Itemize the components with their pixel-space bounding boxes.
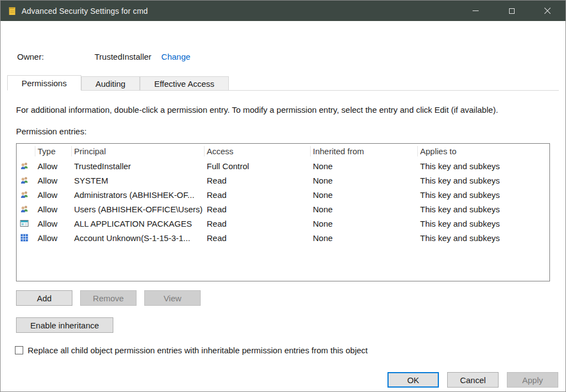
cell-access: Full Control <box>205 161 311 171</box>
permission-entries-body: Allow TrustedInstaller Full Control None… <box>17 159 549 245</box>
cell-applies-to: This key and subkeys <box>418 219 549 228</box>
unknown-account-icon <box>17 233 35 242</box>
titlebar: Advanced Security Settings for cmd <box>1 1 565 21</box>
users-icon <box>17 205 35 213</box>
cell-applies-to: This key and subkeys <box>418 161 549 171</box>
owner-value: TrustedInstaller <box>95 52 151 61</box>
add-button[interactable]: Add <box>16 290 72 306</box>
cell-type: Allow <box>35 219 72 228</box>
dialog-body: Owner: TrustedInstaller Change Permissio… <box>1 21 565 392</box>
maximize-icon <box>509 8 515 14</box>
users-icon <box>17 161 35 170</box>
registry-file-icon <box>8 7 17 15</box>
minimize-icon <box>473 11 479 11</box>
header-icon-column <box>17 146 35 156</box>
view-button[interactable]: View <box>144 290 201 306</box>
window-title: Advanced Security Settings for cmd <box>22 7 148 15</box>
cell-type: Allow <box>35 233 72 243</box>
header-access[interactable]: Access <box>205 146 311 156</box>
tabstrip: Permissions Auditing Effective Access <box>7 75 559 91</box>
table-row[interactable]: Allow Users (ABHISHEK-OFFICE\Users) Read… <box>17 202 549 216</box>
replace-permissions-row: Replace all child object permission entr… <box>15 346 368 355</box>
cell-type: Allow <box>35 161 72 171</box>
inheritance-row: Enable inheritance <box>16 317 113 333</box>
apply-button[interactable]: Apply <box>507 372 558 388</box>
header-applies-to[interactable]: Applies to <box>418 146 549 156</box>
cell-access: Read <box>205 190 311 200</box>
tab-effective-access[interactable]: Effective Access <box>140 76 229 91</box>
cell-applies-to: This key and subkeys <box>418 190 549 200</box>
cell-principal: Account Unknown(S-1-15-3-1... <box>72 233 205 243</box>
cell-access: Read <box>205 205 311 214</box>
tab-auditing[interactable]: Auditing <box>81 76 140 91</box>
cell-inherited-from: None <box>311 176 418 185</box>
cell-principal: Administrators (ABHISHEK-OF... <box>72 190 205 200</box>
cell-type: Allow <box>35 190 72 200</box>
cell-applies-to: This key and subkeys <box>418 233 549 243</box>
permission-entries-table: Type Principal Access Inherited from App… <box>16 143 550 281</box>
table-row[interactable]: Allow Administrators (ABHISHEK-OF... Rea… <box>17 187 549 202</box>
close-button[interactable] <box>530 1 565 21</box>
cell-inherited-from: None <box>311 205 418 214</box>
change-owner-link[interactable]: Change <box>161 52 191 61</box>
tab-permissions[interactable]: Permissions <box>7 75 81 91</box>
cell-type: Allow <box>35 176 72 185</box>
table-header: Type Principal Access Inherited from App… <box>17 144 549 159</box>
permission-entries-label: Permission entries: <box>16 127 87 136</box>
users-icon <box>17 176 35 185</box>
cell-inherited-from: None <box>311 190 418 200</box>
table-row[interactable]: Allow SYSTEM Read None This key and subk… <box>17 173 549 187</box>
maximize-button[interactable] <box>494 1 530 21</box>
dialog-footer-buttons: OK Cancel Apply <box>387 372 558 388</box>
cell-applies-to: This key and subkeys <box>418 176 549 185</box>
cell-principal: SYSTEM <box>72 176 205 185</box>
cell-inherited-from: None <box>311 161 418 171</box>
header-type[interactable]: Type <box>35 146 72 156</box>
table-row[interactable]: Allow TrustedInstaller Full Control None… <box>17 159 549 173</box>
caption-buttons <box>458 1 565 21</box>
replace-permissions-checkbox[interactable] <box>15 346 23 354</box>
ok-button[interactable]: OK <box>387 372 439 388</box>
table-row[interactable]: Allow Account Unknown(S-1-15-3-1... Read… <box>17 231 549 245</box>
header-inherited-from[interactable]: Inherited from <box>311 146 418 156</box>
cell-applies-to: This key and subkeys <box>418 205 549 214</box>
cell-access: Read <box>205 233 311 243</box>
cell-principal: TrustedInstaller <box>72 161 205 171</box>
entry-action-buttons: Add Remove View <box>16 290 201 306</box>
app-package-icon <box>17 219 35 228</box>
info-text: For additional information, double-click… <box>16 105 554 114</box>
cell-inherited-from: None <box>311 233 418 243</box>
header-principal[interactable]: Principal <box>72 146 205 156</box>
cell-inherited-from: None <box>311 219 418 228</box>
replace-permissions-label: Replace all child object permission entr… <box>28 346 368 355</box>
close-icon <box>544 7 551 14</box>
cell-principal: ALL APPLICATION PACKAGES <box>72 219 205 228</box>
remove-button[interactable]: Remove <box>80 290 137 306</box>
cell-type: Allow <box>35 205 72 214</box>
minimize-button[interactable] <box>458 1 494 21</box>
owner-row: Owner: TrustedInstaller Change <box>17 52 190 61</box>
cancel-button[interactable]: Cancel <box>447 372 499 388</box>
cell-access: Read <box>205 219 311 228</box>
cell-principal: Users (ABHISHEK-OFFICE\Users) <box>72 205 205 214</box>
cell-access: Read <box>205 176 311 185</box>
enable-inheritance-button[interactable]: Enable inheritance <box>16 317 113 333</box>
owner-label: Owner: <box>17 52 95 61</box>
advanced-security-settings-dialog: Advanced Security Settings for cmd Owner… <box>0 0 566 392</box>
users-icon <box>17 190 35 199</box>
table-row[interactable]: Allow ALL APPLICATION PACKAGES Read None… <box>17 216 549 231</box>
